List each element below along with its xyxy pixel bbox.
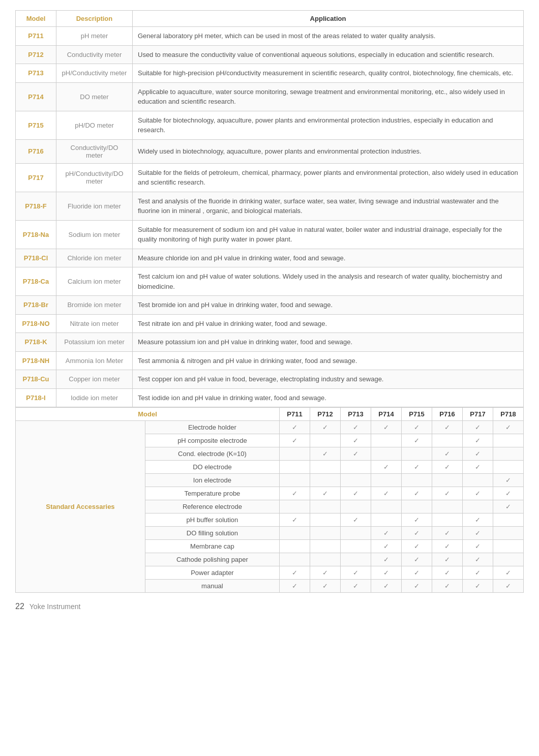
checkmark-icon: ✓ xyxy=(292,424,297,431)
checkmark-icon: ✓ xyxy=(475,542,481,550)
checkmark-icon: ✓ xyxy=(383,490,389,497)
checkmark-icon: ✓ xyxy=(505,490,511,497)
accessory-check-cell: ✓ xyxy=(402,540,432,553)
accessory-check-cell xyxy=(280,461,310,474)
accessory-check-cell: ✓ xyxy=(280,566,310,580)
checkmark-icon: ✓ xyxy=(353,437,358,444)
application-cell: Widely used in biotechnology, aquacultur… xyxy=(133,139,524,163)
accessory-check-cell: ✓ xyxy=(341,447,371,461)
accessory-check-cell: ✓ xyxy=(493,580,524,593)
checkmark-icon: ✓ xyxy=(505,424,511,431)
accessory-check-cell xyxy=(310,513,341,527)
table-row: P717pH/Conductivity/DO meterSuitable for… xyxy=(16,163,524,192)
table-row: P718-IIodide ion meterTest iodide ion an… xyxy=(16,388,524,407)
accessory-check-cell xyxy=(493,513,524,527)
checkmark-icon: ✓ xyxy=(353,424,358,431)
checkmark-icon: ✓ xyxy=(475,516,481,524)
accessory-check-cell: ✓ xyxy=(493,566,524,580)
checkmark-icon: ✓ xyxy=(353,569,358,577)
accessory-check-cell: ✓ xyxy=(493,474,524,487)
checkmark-icon: ✓ xyxy=(505,569,511,577)
accessory-check-cell: ✓ xyxy=(402,461,432,474)
checkmark-icon: ✓ xyxy=(322,424,328,431)
acc-p-header-p711: P711 xyxy=(280,408,310,421)
checkmark-icon: ✓ xyxy=(383,424,389,431)
accessory-check-cell: ✓ xyxy=(402,553,432,566)
checkmark-icon: ✓ xyxy=(292,516,297,524)
accessory-check-cell: ✓ xyxy=(371,421,402,434)
accessory-check-cell: ✓ xyxy=(371,566,402,580)
accessory-check-cell xyxy=(280,553,310,566)
accessory-check-cell: ✓ xyxy=(280,513,310,527)
checkmark-icon: ✓ xyxy=(505,476,511,484)
checkmark-icon: ✓ xyxy=(505,582,511,590)
accessory-check-cell xyxy=(341,461,371,474)
model-cell: P718-NO xyxy=(16,314,56,333)
checkmark-icon: ✓ xyxy=(444,556,450,563)
product-table: Model Description Application P711pH met… xyxy=(15,10,524,407)
accessory-check-cell xyxy=(493,540,524,553)
accessory-check-cell: ✓ xyxy=(493,500,524,513)
checkmark-icon: ✓ xyxy=(383,556,389,563)
accessory-check-cell xyxy=(402,447,432,461)
accessory-name: Reference electrode xyxy=(145,500,279,513)
acc-p-header-p717: P717 xyxy=(463,408,493,421)
accessory-check-cell: ✓ xyxy=(310,447,341,461)
checkmark-icon: ✓ xyxy=(414,556,420,563)
accessory-check-cell xyxy=(463,500,493,513)
model-cell: P718-Ca xyxy=(16,267,56,296)
description-cell: Conductivity/DO meter xyxy=(56,139,133,163)
description-cell: pH/Conductivity meter xyxy=(56,64,133,83)
checkmark-icon: ✓ xyxy=(383,463,389,471)
checkmark-icon: ✓ xyxy=(292,437,297,444)
checkmark-icon: ✓ xyxy=(444,529,450,537)
description-cell: Nitrate ion meter xyxy=(56,314,133,333)
std-acc-label: Standard Accessaries xyxy=(16,421,145,593)
checkmark-icon: ✓ xyxy=(414,569,420,577)
acc-p-header-p712: P712 xyxy=(310,408,341,421)
accessory-check-cell xyxy=(432,434,463,447)
checkmark-icon: ✓ xyxy=(292,582,297,590)
accessory-check-cell: ✓ xyxy=(432,580,463,593)
model-cell: P718-NH xyxy=(16,351,56,370)
application-cell: Suitable for measurement of sodium ion a… xyxy=(133,220,524,249)
application-cell: Test iodide ion and pH value in drinking… xyxy=(133,388,524,407)
description-cell: pH meter xyxy=(56,27,133,46)
description-cell: pH/Conductivity/DO meter xyxy=(56,163,133,192)
description-cell: Bromide ion meter xyxy=(56,296,133,315)
accessory-check-cell xyxy=(310,434,341,447)
accessory-name: Cond. electrode (K=10) xyxy=(145,447,279,461)
accessory-check-cell xyxy=(280,474,310,487)
checkmark-icon: ✓ xyxy=(444,582,450,590)
accessory-name: Electrode holder xyxy=(145,421,279,434)
accessory-check-cell: ✓ xyxy=(341,580,371,593)
table-row: P718-FFluoride ion meterTest and analysi… xyxy=(16,192,524,220)
checkmark-icon: ✓ xyxy=(444,450,450,458)
checkmark-icon: ✓ xyxy=(475,490,481,497)
table-row: P718-KPotassium ion meterMeasure potassi… xyxy=(16,333,524,352)
acc-p-header-p718: P718 xyxy=(493,408,524,421)
application-cell: Test nitrate ion and pH value in drinkin… xyxy=(133,314,524,333)
checkmark-icon: ✓ xyxy=(383,582,389,590)
table-row: P718-CaCalcium ion meterTest calcium ion… xyxy=(16,267,524,296)
accessory-check-cell xyxy=(371,474,402,487)
description-cell: Copper ion meter xyxy=(56,370,133,389)
footer: 22 Yoke Instrument xyxy=(15,602,524,611)
accessory-check-cell xyxy=(341,474,371,487)
accessory-check-cell xyxy=(493,461,524,474)
accessory-check-cell: ✓ xyxy=(463,513,493,527)
accessory-check-cell: ✓ xyxy=(371,461,402,474)
application-cell: Applicable to aquaculture, water source … xyxy=(133,82,524,111)
application-cell: Test bromide ion and pH value in drinkin… xyxy=(133,296,524,315)
accessory-check-cell: ✓ xyxy=(341,566,371,580)
checkmark-icon: ✓ xyxy=(414,529,420,537)
accessory-check-cell xyxy=(371,500,402,513)
accessory-check-cell: ✓ xyxy=(371,540,402,553)
accessory-check-cell xyxy=(341,500,371,513)
accessory-check-cell xyxy=(310,500,341,513)
table-row: P718-NONitrate ion meterTest nitrate ion… xyxy=(16,314,524,333)
accessory-check-cell xyxy=(493,553,524,566)
description-cell: Fluoride ion meter xyxy=(56,192,133,220)
accessory-check-cell xyxy=(432,474,463,487)
accessory-check-cell: ✓ xyxy=(402,487,432,500)
